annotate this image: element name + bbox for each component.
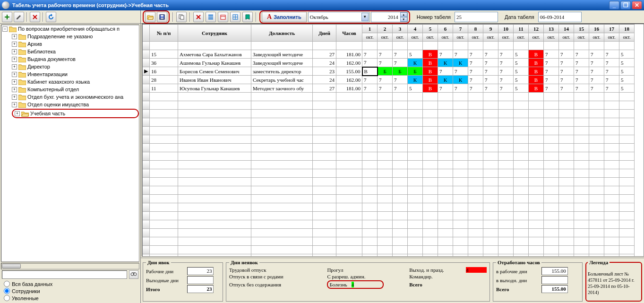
open-button[interactable] bbox=[145, 12, 155, 22]
maximize-button[interactable]: ❐ bbox=[620, 1, 631, 9]
tree-item-label[interactable]: Инвентаризации bbox=[27, 70, 68, 78]
day-cell[interactable]: 7 bbox=[604, 76, 619, 84]
day-cell[interactable]: 7 bbox=[559, 59, 574, 67]
day-cell[interactable]: 7 bbox=[498, 59, 514, 67]
tree-expand-icon[interactable]: + bbox=[15, 111, 20, 116]
day-cell[interactable]: 7 bbox=[483, 59, 498, 67]
day-cell[interactable]: К bbox=[408, 59, 423, 67]
day-cell[interactable]: 7 bbox=[544, 76, 559, 84]
day-cell[interactable]: 7 bbox=[362, 76, 378, 84]
search-button[interactable] bbox=[129, 270, 138, 279]
day-cell[interactable]: 7 bbox=[393, 59, 408, 67]
day-cell[interactable]: 7 bbox=[483, 67, 498, 76]
tree-item-label[interactable]: Отдел оценки имущества bbox=[27, 101, 89, 108]
day-cell[interactable]: В bbox=[423, 84, 438, 93]
tree-item-label[interactable]: Архив bbox=[27, 40, 42, 48]
tree-item-label[interactable]: Библиотека bbox=[27, 48, 56, 55]
tree-item-label[interactable]: Подразделение не указано bbox=[27, 33, 93, 40]
table-row[interactable]: 11Юсупова Гульнар КанашевМетодист заочно… bbox=[143, 84, 635, 93]
tree-item[interactable]: +Архив bbox=[12, 40, 139, 48]
day-cell[interactable]: 5 bbox=[514, 59, 529, 67]
day-cell[interactable]: 7 bbox=[362, 59, 378, 67]
day-cell[interactable]: 7 bbox=[498, 84, 514, 93]
refresh-button[interactable] bbox=[46, 12, 56, 22]
day-cell[interactable]: 7 bbox=[378, 84, 393, 93]
day-cell[interactable]: 7 bbox=[362, 84, 378, 93]
day-cell[interactable]: В bbox=[529, 84, 544, 93]
table-row[interactable]: 28Иванов Иван ИвановичСекретарь учебной … bbox=[143, 76, 635, 84]
delete-row-button[interactable] bbox=[193, 12, 204, 22]
tree-item-label[interactable]: Директор bbox=[27, 63, 50, 70]
tree-item[interactable]: +Учебная часть bbox=[12, 109, 139, 118]
day-cell[interactable]: В bbox=[362, 67, 378, 76]
day-cell[interactable]: К bbox=[453, 76, 468, 84]
tree-expand-icon[interactable]: + bbox=[12, 42, 17, 47]
day-cell[interactable]: 5 bbox=[514, 84, 529, 93]
day-cell[interactable]: 7 bbox=[604, 50, 619, 59]
month-combo[interactable]: Октябрь▼ bbox=[308, 12, 369, 22]
day-cell[interactable]: 7 bbox=[483, 84, 498, 93]
delete-button[interactable] bbox=[30, 12, 40, 22]
day-cell[interactable]: 7 bbox=[468, 76, 483, 84]
close-button[interactable]: ✕ bbox=[632, 1, 642, 9]
book-button[interactable] bbox=[242, 12, 253, 22]
radio-employees[interactable]: Сотрудники bbox=[4, 288, 137, 294]
day-cell[interactable]: 7 bbox=[453, 84, 468, 93]
day-cell[interactable]: 7 bbox=[483, 50, 498, 59]
day-cell[interactable]: 7 bbox=[453, 67, 468, 76]
minimize-button[interactable]: _ bbox=[609, 1, 619, 9]
tree-expand-icon[interactable]: + bbox=[12, 34, 17, 39]
day-cell[interactable]: 7 bbox=[559, 50, 574, 59]
tree-item[interactable]: +Отдел оценки имущества bbox=[12, 101, 139, 108]
day-cell[interactable]: 7 bbox=[589, 67, 604, 76]
day-cell[interactable]: 5 bbox=[619, 76, 635, 84]
tree-collapse-icon[interactable]: − bbox=[2, 26, 8, 32]
radio-fired[interactable]: Уволенные bbox=[4, 295, 137, 301]
day-cell[interactable]: 7 bbox=[438, 67, 453, 76]
tree-expand-icon[interactable]: + bbox=[12, 102, 17, 107]
day-cell[interactable]: 7 bbox=[544, 67, 559, 76]
day-cell[interactable]: 7 bbox=[468, 84, 483, 93]
day-cell[interactable]: 7 bbox=[604, 84, 619, 93]
day-cell[interactable]: В bbox=[423, 67, 438, 76]
org-tree[interactable]: − По вопросам приобретения обращаться п … bbox=[1, 25, 139, 262]
day-cell[interactable]: 7 bbox=[393, 50, 408, 59]
day-cell[interactable]: 7 bbox=[589, 50, 604, 59]
day-cell[interactable]: 7 bbox=[544, 59, 559, 67]
day-cell[interactable]: В bbox=[529, 59, 544, 67]
day-cell[interactable]: 7 bbox=[498, 76, 514, 84]
day-cell[interactable]: 7 bbox=[589, 59, 604, 67]
day-cell[interactable]: 5 bbox=[408, 50, 423, 59]
day-cell[interactable]: Б bbox=[393, 67, 408, 76]
save-button[interactable] bbox=[157, 12, 167, 22]
calendar-button[interactable] bbox=[218, 12, 228, 22]
tabnum-field[interactable]: 25 bbox=[455, 12, 498, 22]
table-row[interactable]: 15Ахметова Сара БахытжановЗаведующий мет… bbox=[143, 50, 635, 59]
fill-button[interactable]: АЗаполнить bbox=[262, 12, 307, 22]
day-cell[interactable]: 7 bbox=[559, 67, 574, 76]
day-cell[interactable]: 7 bbox=[544, 50, 559, 59]
day-cell[interactable]: 5 bbox=[514, 50, 529, 59]
day-cell[interactable]: В bbox=[529, 67, 544, 76]
copy-button[interactable] bbox=[176, 12, 187, 22]
day-cell[interactable]: 7 bbox=[498, 50, 514, 59]
tree-item[interactable]: +Директор bbox=[12, 63, 139, 70]
list-button[interactable] bbox=[206, 12, 216, 22]
search-input[interactable] bbox=[2, 270, 127, 279]
timesheet-grid[interactable]: № п/пСотрудникДолжностьДнейЧасов12345678… bbox=[142, 24, 644, 257]
add-button[interactable] bbox=[2, 12, 12, 22]
day-cell[interactable]: 5 bbox=[619, 67, 635, 76]
tree-item[interactable]: +Компьютерный отдел bbox=[12, 86, 139, 93]
tree-item-label[interactable]: Компьютерный отдел bbox=[27, 86, 79, 93]
tree-item-label[interactable]: Учебная часть bbox=[30, 110, 65, 117]
day-cell[interactable]: 7 bbox=[468, 50, 483, 59]
day-cell[interactable]: К bbox=[438, 59, 453, 67]
day-cell[interactable]: 5 bbox=[514, 67, 529, 76]
day-cell[interactable]: 7 bbox=[438, 50, 453, 59]
tree-item-label[interactable]: Кабинет казахского языка bbox=[27, 78, 90, 86]
day-cell[interactable]: К bbox=[453, 59, 468, 67]
day-cell[interactable]: Б bbox=[378, 67, 393, 76]
day-cell[interactable]: 5 bbox=[408, 84, 423, 93]
day-cell[interactable]: 5 bbox=[619, 50, 635, 59]
day-cell[interactable]: 7 bbox=[468, 59, 483, 67]
